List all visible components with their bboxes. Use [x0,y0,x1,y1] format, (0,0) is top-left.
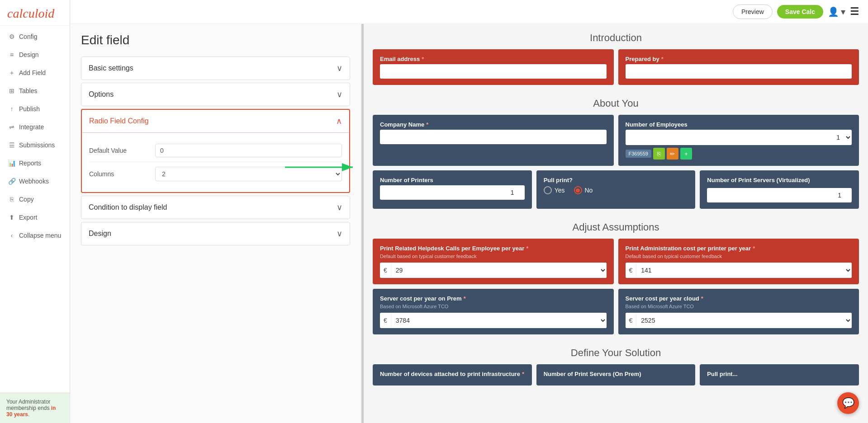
define-solution-grid: Number of devices attached to print infr… [373,364,859,385]
sidebar-item-export[interactable]: ⬆ Export [0,208,70,226]
prepared-by-input[interactable] [626,64,852,79]
accordion-radio-config-header[interactable]: Radio Field Config ∧ [82,110,349,133]
helpdesk-sublabel: Default based on typical customer feedba… [380,254,607,259]
basic-settings-label: Basic settings [89,64,133,72]
company-name-input[interactable] [380,130,607,144]
pull-print-yes-label: Yes [555,187,565,194]
helpdesk-select[interactable]: 29 [391,263,607,278]
prepared-by-required: * [661,56,664,62]
default-value-input[interactable] [155,144,342,157]
accordion-radio-config: Radio Field Config ∧ Default Value Colum… [81,109,350,193]
tables-icon: ⊞ [8,87,15,94]
config-icon: ⚙ [8,33,15,40]
num-printers-label: Number of Printers [380,177,525,183]
sidebar-label-copy: Copy [19,196,34,203]
basic-settings-chevron: ∨ [337,63,342,73]
num-employees-select[interactable]: 1 [626,130,852,145]
chat-fab[interactable]: 💬 [837,392,859,414]
radio-config-label: Radio Field Config [89,117,149,125]
sidebar-item-copy[interactable]: ⎘ Copy [0,190,70,208]
field-id-badge: F369559 [626,150,651,158]
server-cost-cloud-label: Server cost per year cloud * [626,295,852,302]
company-name-label: Company Name * [380,121,607,128]
sidebar-footer: Your Administrator membership ends in 30… [0,393,70,423]
pull-print-2-card: Pull print... [700,364,859,385]
content-area: Edit field Basic settings ∨ Options ∨ Ra… [70,24,868,423]
admin-cost-sublabel: Default based on typical customer feedba… [626,254,852,259]
accordion-design-header[interactable]: Design ∨ [81,222,350,245]
num-print-servers-v-label: Number of Print Servers (Virtualized) [707,177,852,183]
sidebar-label-publish: Publish [19,105,40,113]
pull-print-yes-option[interactable]: Yes [544,186,565,194]
sidebar-label-integrate: Integrate [19,123,44,131]
preview-button[interactable]: Preview [733,5,773,19]
sidebar-nav: ⚙ Config ≡ Design + Add Field ⊞ Tables ↑… [0,26,70,393]
sidebar-item-design[interactable]: ≡ Design [0,46,70,64]
email-input[interactable] [380,64,607,79]
num-devices-label: Number of devices attached to print infr… [380,371,525,377]
pull-print-yes-circle [544,186,552,194]
add-field-icon: + [8,69,15,76]
sidebar-item-publish[interactable]: ↑ Publish [0,100,70,118]
server-cloud-required: * [701,295,703,302]
hamburger-menu[interactable]: ☰ [850,6,859,18]
num-devices-required: * [522,371,524,377]
define-solution-title: Define Your Solution [373,339,859,364]
field-add-button[interactable]: + [680,148,692,160]
sidebar-label-design: Design [19,51,39,58]
sidebar-logo: calculoid [0,0,70,26]
collapse-icon: ‹ [8,232,15,239]
copy-icon: ⎘ [8,196,15,203]
pull-print-label: Pull print? [544,177,688,183]
submissions-icon: ☰ [8,141,15,149]
adjust-assumptions-grid: Print Related Helpdesk Calls per Employe… [373,239,859,334]
server-cost-cloud-sublabel: Based on Microsoft Azure TCO [626,304,852,309]
accordion-options: Options ∨ [81,83,350,106]
pull-print-no-label: No [585,187,593,194]
admin-cost-label: Print Administration cost per printer pe… [626,245,852,252]
sidebar-item-webhooks[interactable]: 🔗 Webhooks [0,172,70,190]
webhooks-icon: 🔗 [8,178,15,185]
columns-select[interactable]: 2 1 3 [155,167,342,181]
sidebar-item-reports[interactable]: 📊 Reports [0,154,70,172]
introduction-grid: Email address * Prepared by * [373,49,859,85]
sidebar-label-tables: Tables [19,87,37,94]
accordion-options-header[interactable]: Options ∨ [81,83,350,106]
accordion-basic-settings-header[interactable]: Basic settings ∨ [81,57,350,80]
server-cloud-select[interactable]: 2525 [636,313,852,328]
sidebar-item-collapse[interactable]: ‹ Collapse menu [0,226,70,244]
server-prem-required: * [464,295,466,302]
prepared-by-card: Prepared by * [618,49,859,85]
sidebar-item-submissions[interactable]: ☰ Submissions [0,136,70,154]
user-avatar-icon: 👤 [828,6,839,17]
server-prem-select[interactable]: 3784 [391,313,607,328]
radio-config-body: Default Value Columns 2 1 3 [82,133,349,192]
app-logo: calculoid [7,6,54,20]
topbar: Preview Save Calc 👤 ▾ ☰ [70,0,868,24]
options-label: Options [89,90,114,99]
sidebar: calculoid ⚙ Config ≡ Design + Add Field … [0,0,70,423]
sidebar-item-add-field[interactable]: + Add Field [0,64,70,82]
pull-print-radio-group: Yes No [544,186,688,194]
pull-print-card: Pull print? Yes No [536,170,696,209]
introduction-section-title: Introduction [373,24,859,49]
reports-icon: 📊 [8,160,15,167]
helpdesk-required: * [526,245,528,252]
sidebar-item-integrate[interactable]: ⇌ Integrate [0,118,70,136]
field-copy-button[interactable]: ⎘ [653,148,665,160]
field-edit-button[interactable]: ✏ [667,148,678,160]
user-menu[interactable]: 👤 ▾ [828,6,845,17]
sidebar-item-config[interactable]: ⚙ Config [0,28,70,46]
server-cost-prem-label: Server cost per year on Prem * [380,295,607,302]
save-calc-button[interactable]: Save Calc [777,5,823,19]
pull-print-no-option[interactable]: No [574,186,593,194]
num-printers-input[interactable] [380,185,525,200]
admin-cost-select[interactable]: 141 [636,263,852,278]
edit-panel: Edit field Basic settings ∨ Options ∨ Ra… [70,24,362,423]
company-required: * [426,121,428,128]
num-print-servers-v-input[interactable] [707,188,852,202]
columns-label: Columns [89,170,148,178]
sidebar-label-export: Export [19,214,37,221]
accordion-condition-header[interactable]: Condition to display field ∨ [81,196,350,219]
sidebar-item-tables[interactable]: ⊞ Tables [0,82,70,100]
